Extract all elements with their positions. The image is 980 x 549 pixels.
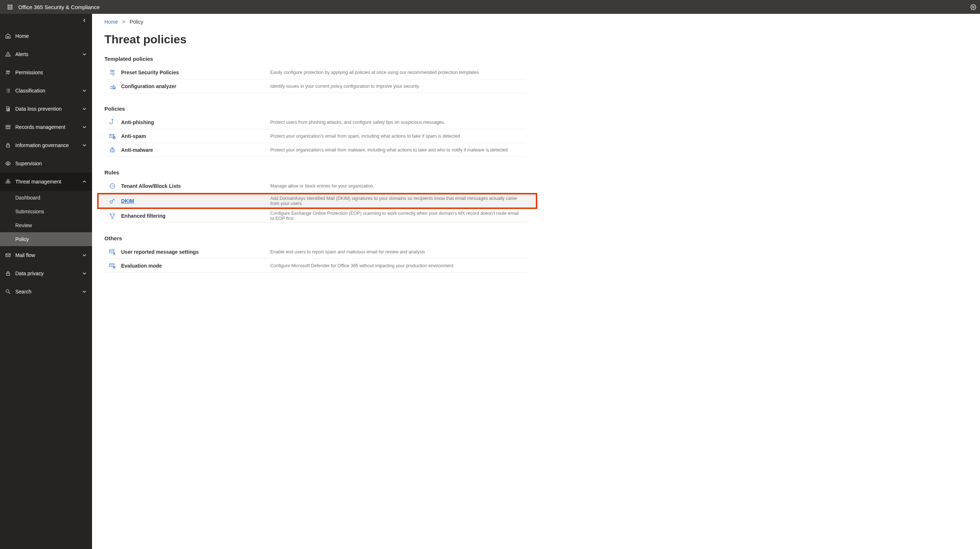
chevron-down-icon (83, 144, 86, 147)
svg-rect-11 (8, 109, 9, 110)
policy-desc: Configure Microsoft Defender for Office … (270, 263, 527, 268)
mail-block-icon (104, 132, 121, 140)
settings-button[interactable] (970, 4, 976, 10)
policy-row-enhanced[interactable]: Enhanced filtering Configure Exchange On… (104, 209, 527, 223)
sidebar-item-label: Alerts (15, 51, 29, 57)
hook-icon (104, 119, 121, 126)
policy-row-analyzer[interactable]: Configuration analyzer Identify issues i… (104, 79, 527, 93)
sidebar-item-search[interactable]: Search (0, 282, 92, 301)
policy-desc: Add DomainKeys Identified Mail (DKIM) si… (270, 196, 525, 206)
policy-link: Enhanced filtering (121, 213, 270, 219)
chevron-down-icon (83, 290, 86, 294)
sidebar: Home Alerts Permissions Classification (0, 14, 92, 549)
chevron-up-icon (83, 180, 86, 184)
policy-row-tenant[interactable]: Tenant Allow/Block Lists Manage allow or… (104, 179, 527, 193)
section-others: Others User reported message settings En… (104, 235, 527, 273)
sidebar-subitem-dashboard[interactable]: Dashboard (0, 191, 92, 204)
sidebar-collapse-button[interactable] (0, 14, 92, 27)
sidebar-item-infogov[interactable]: Information governance (0, 136, 92, 154)
sidebar-item-privacy[interactable]: Data privacy (0, 264, 92, 282)
policy-row-antispam[interactable]: Anti-spam Protect your organization's em… (104, 129, 527, 143)
sidebar-item-label: Data loss prevention (15, 106, 62, 112)
sidebar-item-label: Classification (15, 88, 45, 94)
section-policies: Policies Anti-phishing Protect users fro… (104, 105, 527, 157)
page-title: Threat policies (104, 33, 980, 46)
sidebar-item-classification[interactable]: Classification (0, 81, 92, 100)
app-launcher-button[interactable] (3, 0, 17, 14)
sidebar-item-label: Mail flow (15, 252, 35, 258)
svg-line-24 (9, 292, 10, 294)
sidebar-item-label: Threat management (15, 179, 61, 185)
mail-icon (4, 252, 12, 258)
sidebar-item-threat[interactable]: Threat management (0, 172, 92, 191)
svg-rect-21 (6, 254, 10, 257)
chevron-down-icon (83, 125, 86, 129)
sidebar-item-dlp[interactable]: Data loss prevention (0, 100, 92, 118)
key-icon (104, 197, 121, 204)
breadcrumb-home-link[interactable]: Home (104, 19, 118, 25)
chevron-down-icon (83, 271, 86, 275)
policy-row-antimalware[interactable]: Anti-malware Protect your organization's… (104, 143, 527, 157)
sidebar-item-label: Permissions (15, 70, 43, 75)
svg-line-35 (110, 148, 111, 149)
policy-desc: Identify issues in your current policy c… (270, 84, 527, 89)
section-title: Rules (104, 169, 527, 176)
section-title: Others (104, 235, 527, 241)
sidebar-subitem-policy[interactable]: Policy (0, 232, 92, 246)
svg-point-2 (8, 55, 8, 56)
policy-row-preset[interactable]: Preset Security Policies Easily configur… (104, 65, 527, 79)
chart-check-icon (104, 83, 121, 90)
policy-row-userreported[interactable]: User reported message settings Enable en… (104, 245, 527, 259)
sidebar-item-home[interactable]: Home (0, 27, 92, 45)
people-shield-icon (104, 69, 121, 76)
lock-icon (4, 142, 12, 148)
sidebar-subitem-label: Policy (15, 236, 29, 242)
svg-point-4 (8, 71, 10, 72)
sidebar-item-label: Records management (15, 124, 65, 130)
policy-desc: Protect your organization's email from m… (270, 147, 527, 153)
policy-row-evaluation[interactable]: Evaluation mode Configure Microsoft Defe… (104, 259, 527, 273)
top-bar: Office 365 Security & Compliance (0, 0, 980, 14)
policy-desc: Enable end users to report spam and mali… (270, 249, 527, 254)
mail-person-icon (104, 248, 121, 255)
key-icon (4, 70, 12, 75)
sidebar-item-label: Supervision (15, 161, 42, 166)
policy-desc: Protect users from phishing attacks, and… (270, 120, 527, 125)
chevron-down-icon (83, 89, 86, 93)
svg-rect-46 (110, 263, 114, 267)
sidebar-subitem-review[interactable]: Review (0, 219, 92, 232)
sidebar-item-records[interactable]: Records management (0, 118, 92, 136)
sidebar-item-supervision[interactable]: Supervision (0, 154, 92, 172)
sidebar-item-mailflow[interactable]: Mail flow (0, 246, 92, 264)
biohazard-icon (4, 179, 12, 185)
sidebar-item-alerts[interactable]: Alerts (0, 45, 92, 63)
chevron-down-icon (83, 254, 86, 257)
sidebar-subitem-label: Submissions (15, 209, 44, 214)
breadcrumb-current: Policy (129, 19, 143, 25)
svg-point-43 (110, 201, 112, 203)
policy-row-dkim[interactable]: DKIM Add DomainKeys Identified Mail (DKI… (97, 193, 537, 209)
section-rules: Rules Tenant Allow/Block Lists Manage al… (104, 169, 527, 223)
policy-link: Evaluation mode (121, 263, 270, 269)
svg-point-0 (972, 6, 974, 8)
svg-line-32 (113, 137, 115, 138)
svg-rect-15 (6, 145, 10, 147)
svg-point-3 (6, 71, 8, 72)
breadcrumb: Home > Policy (104, 19, 980, 25)
file-lock-icon (4, 106, 12, 112)
policy-link: Anti-phishing (121, 120, 270, 125)
sidebar-subitem-label: Review (15, 222, 32, 228)
policy-row-antiphishing[interactable]: Anti-phishing Protect users from phishin… (104, 115, 527, 129)
breadcrumb-separator: > (122, 19, 125, 25)
chevron-down-icon (83, 53, 86, 56)
block-circle-icon (104, 182, 121, 190)
svg-line-40 (114, 152, 115, 153)
policy-desc: Configure Exchange Online Protection (EO… (270, 211, 527, 221)
sidebar-item-permissions[interactable]: Permissions (0, 63, 92, 81)
svg-line-39 (110, 152, 111, 153)
policy-link: DKIM (121, 198, 270, 204)
svg-rect-44 (110, 250, 114, 253)
gear-icon (970, 4, 976, 10)
sidebar-subitem-submissions[interactable]: Submissions (0, 204, 92, 219)
policy-link: Anti-spam (121, 133, 270, 139)
